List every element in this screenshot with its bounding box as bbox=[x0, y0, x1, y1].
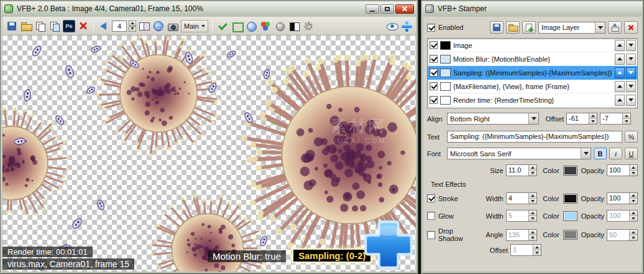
layer-row-motion-blur[interactable]: Motion Blur: {MotionBlurEnable} bbox=[428, 52, 637, 66]
spin-up-button[interactable] bbox=[630, 230, 637, 235]
frame-number-spinner[interactable] bbox=[129, 21, 136, 32]
stamp-text-field[interactable]: Sampling: ({MinimumSamples}-{MaximumSamp… bbox=[447, 131, 622, 143]
layer-type-dropdown[interactable]: Image Layer bbox=[538, 22, 605, 34]
spin-down-button[interactable] bbox=[630, 198, 637, 204]
underline-button[interactable]: U bbox=[625, 148, 638, 159]
close-button[interactable] bbox=[395, 4, 414, 14]
move-layer-up-button[interactable] bbox=[615, 95, 625, 106]
layer-visible-checkbox[interactable] bbox=[430, 82, 438, 90]
dropdown-arrow-button[interactable] bbox=[595, 22, 605, 33]
dropdown-arrow-button[interactable] bbox=[581, 148, 591, 159]
load-preset-button[interactable] bbox=[506, 21, 520, 34]
glow-width-field[interactable]: 5 bbox=[506, 210, 537, 222]
rgb-channels-icon[interactable] bbox=[259, 20, 272, 32]
stamper-titlebar[interactable]: VFB+ Stamper bbox=[423, 2, 642, 16]
glow-opacity-field[interactable]: 100 bbox=[607, 210, 638, 222]
stroke-width-field[interactable]: 4 bbox=[506, 192, 537, 204]
snapshot-icon[interactable] bbox=[167, 20, 179, 32]
move-layer-down-button[interactable] bbox=[626, 54, 636, 65]
view-selector-dropdown[interactable]: Main bbox=[181, 20, 208, 32]
clear-image-icon[interactable] bbox=[77, 20, 90, 32]
split-compare-icon[interactable] bbox=[288, 20, 300, 32]
move-layer-down-button[interactable] bbox=[626, 40, 636, 51]
spin-up-button[interactable] bbox=[630, 193, 637, 198]
enabled-checkbox-group[interactable]: Enabled bbox=[427, 24, 463, 32]
bold-button[interactable]: B bbox=[594, 148, 607, 159]
settings-gear-icon[interactable] bbox=[302, 20, 315, 32]
alpha-channel-icon[interactable] bbox=[245, 20, 257, 32]
spin-down-button[interactable] bbox=[630, 170, 637, 176]
offset-y-field[interactable]: -7 bbox=[600, 113, 631, 125]
add-stamp-plus-icon[interactable] bbox=[400, 20, 413, 32]
vfb-titlebar[interactable]: VFB+ 2.0 Beta : Image 4/4, Camera01, Fra… bbox=[2, 2, 416, 16]
big-add-plus-icon[interactable] bbox=[362, 218, 415, 272]
enabled-checkbox[interactable] bbox=[427, 24, 435, 32]
spin-up-button[interactable] bbox=[589, 113, 597, 118]
insert-token-button[interactable]: % bbox=[625, 131, 638, 143]
spin-up-button[interactable] bbox=[630, 165, 637, 170]
compare-ab-icon[interactable] bbox=[138, 20, 150, 32]
font-dropdown[interactable]: Microsoft Sans Serif bbox=[447, 148, 591, 159]
spin-down-button[interactable] bbox=[630, 235, 637, 240]
move-layer-up-button[interactable] bbox=[615, 81, 625, 92]
render-viewport[interactable]: 素材网 SUCAI.COM Motion Blur: true Sampling… bbox=[2, 35, 416, 272]
spin-up-button[interactable] bbox=[529, 230, 536, 235]
color-correction-icon[interactable] bbox=[216, 20, 229, 32]
layer-visible-checkbox[interactable] bbox=[430, 96, 438, 104]
italic-button[interactable]: i bbox=[609, 148, 622, 159]
spin-down-button[interactable] bbox=[623, 118, 630, 124]
move-layer-up-button[interactable] bbox=[615, 40, 625, 51]
move-layer-down-button[interactable] bbox=[626, 67, 636, 78]
spin-up-button[interactable] bbox=[529, 210, 536, 215]
save-image-icon[interactable] bbox=[6, 20, 18, 32]
photoshop-icon[interactable]: Ps bbox=[63, 20, 75, 32]
layer-row-sampling-selected[interactable]: Sampling: ({MinimumSamples}-{MaximumSamp… bbox=[428, 66, 637, 80]
spin-up-button[interactable] bbox=[623, 113, 630, 118]
layer-row-image[interactable]: Image bbox=[428, 39, 637, 52]
text-color-swatch[interactable] bbox=[563, 166, 577, 176]
spin-down-button[interactable] bbox=[533, 250, 541, 255]
shadow-angle-field[interactable]: 135 bbox=[506, 229, 537, 241]
previous-image-icon[interactable] bbox=[98, 20, 110, 32]
show-stamps-eye-icon[interactable] bbox=[386, 20, 398, 32]
layer-visible-checkbox[interactable] bbox=[430, 68, 438, 77]
history-globe-icon[interactable] bbox=[154, 21, 163, 31]
layer-visible-checkbox[interactable] bbox=[430, 55, 438, 63]
open-folder-icon[interactable] bbox=[20, 20, 32, 32]
move-layer-down-button[interactable] bbox=[626, 81, 636, 92]
font-size-field[interactable]: 11.0 bbox=[506, 164, 537, 176]
layer-row-filename[interactable]: {MaxFilename}, {View}, frame {Frame} bbox=[428, 80, 637, 93]
stamp-sampling-highlighted[interactable]: Sampling: (0-2) bbox=[292, 248, 372, 263]
layer-row-render-time[interactable]: Render time: {RenderTimeString} bbox=[428, 93, 637, 107]
layer-visible-checkbox[interactable] bbox=[430, 41, 438, 49]
move-layer-up-button[interactable] bbox=[615, 54, 625, 65]
align-dropdown[interactable]: Bottom Right bbox=[447, 113, 539, 125]
frame-number-field[interactable]: 4 bbox=[112, 21, 127, 32]
spin-up-button[interactable] bbox=[533, 245, 541, 250]
insert-layer-button[interactable] bbox=[608, 21, 622, 34]
spin-up-button[interactable] bbox=[529, 193, 536, 198]
drop-shadow-checkbox[interactable] bbox=[427, 231, 435, 239]
minimize-button[interactable] bbox=[366, 4, 379, 14]
spin-down-button[interactable] bbox=[529, 215, 536, 221]
spin-up-button[interactable] bbox=[529, 165, 536, 170]
shadow-color-swatch[interactable] bbox=[563, 230, 577, 240]
add-layer-button[interactable] bbox=[522, 21, 536, 34]
spin-down-button[interactable] bbox=[630, 215, 637, 221]
delete-layer-button[interactable] bbox=[624, 21, 638, 34]
copy-icon[interactable] bbox=[34, 20, 47, 32]
shadow-offset-field[interactable]: 1 bbox=[510, 244, 541, 256]
clone-buffer-icon[interactable] bbox=[48, 20, 61, 32]
maximize-button[interactable] bbox=[380, 4, 394, 14]
spin-down-button[interactable] bbox=[529, 170, 536, 176]
move-layer-down-button[interactable] bbox=[626, 95, 636, 106]
text-opacity-field[interactable]: 100 bbox=[607, 164, 638, 176]
dropdown-arrow-button[interactable] bbox=[528, 113, 538, 124]
render-region-icon[interactable] bbox=[231, 20, 243, 32]
spin-up-button[interactable] bbox=[630, 210, 637, 215]
spin-down-button[interactable] bbox=[529, 198, 536, 204]
save-preset-button[interactable] bbox=[490, 21, 504, 34]
shadow-opacity-field[interactable]: 50 bbox=[607, 229, 638, 241]
glow-checkbox[interactable] bbox=[427, 212, 435, 220]
stroke-opacity-field[interactable]: 100 bbox=[607, 192, 638, 204]
